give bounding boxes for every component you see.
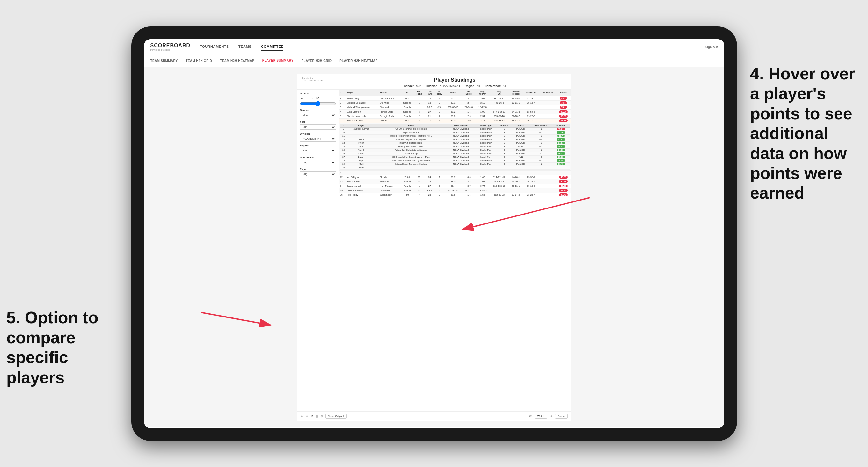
year-select[interactable]: (All) xyxy=(300,124,336,130)
table-row: 23 Jack Lundin Missouri Fourth 11 24 0 8… xyxy=(339,179,571,184)
points-badge[interactable]: 68.94 xyxy=(559,110,568,113)
subnav-player-summary[interactable]: PLAYER SUMMARY xyxy=(262,56,293,65)
tt-player: Jackson Koivun xyxy=(347,127,375,131)
region-select[interactable]: N/A xyxy=(300,148,336,153)
points-badge[interactable]: 68.18 xyxy=(559,119,568,122)
tooltip-header-row: # Player Event Event Division Event Type… xyxy=(339,123,571,170)
points-badge[interactable]: 70.2 xyxy=(560,106,567,109)
list-item: 11 Wake Forest Invitational at Pinehurst… xyxy=(340,134,570,138)
points-badge[interactable]: 39.95 xyxy=(559,189,568,192)
row-conf-rank: 27 xyxy=(424,118,434,123)
points-badge[interactable]: 40.02 xyxy=(559,185,568,187)
subnav-team-h2h-heatmap[interactable]: TEAM H2H HEATMAP xyxy=(220,56,254,65)
player-select[interactable]: (All) xyxy=(300,172,336,177)
row-topar: 18-22-0 xyxy=(475,105,490,110)
row-topar: 1.98 xyxy=(475,110,490,114)
points-badge[interactable]: 40.27 xyxy=(559,180,568,183)
redo-icon[interactable]: ↪ xyxy=(306,414,308,418)
division-value: NCAA Division I xyxy=(440,85,460,88)
tt-th-num: # xyxy=(340,124,347,127)
tp-badge-green: 30.47 xyxy=(557,152,565,155)
tt-type: Match Play xyxy=(475,155,497,159)
clock-icon[interactable]: ⊙ xyxy=(320,414,323,418)
row-adj: -1.6 xyxy=(462,110,475,114)
logo-sub: Powered by clippi xyxy=(151,49,191,51)
row-points[interactable]: 60.89 xyxy=(556,114,570,118)
conference-value: All xyxy=(503,85,506,88)
points-badge[interactable]: 88.2 xyxy=(560,97,567,100)
points-badge[interactable]: 40.58 xyxy=(559,176,568,179)
share-button[interactable]: Share xyxy=(555,414,567,418)
row-adj: -3.7 xyxy=(462,184,475,188)
row-points[interactable]: 68.18 xyxy=(556,118,570,123)
download-icon[interactable]: ⬇ xyxy=(550,414,552,418)
tt-status: PLAYED xyxy=(512,131,529,134)
subnav-team-summary[interactable]: TEAM SUMMARY xyxy=(151,56,178,65)
row-sg: 547-142-38 xyxy=(490,110,509,114)
tt-division: NCAA Division I xyxy=(446,134,475,138)
filter-row: Gender: Men Division: NCAA Division I Re… xyxy=(344,85,566,88)
nav-committee[interactable]: COMMITTEE xyxy=(261,43,284,51)
list-item: 10 Tiger Invitational NCAA Division I St… xyxy=(340,131,570,134)
row-top25: 19-16-2 xyxy=(523,184,539,188)
nav-tournaments[interactable]: TOURNAMENTS xyxy=(200,43,229,51)
sign-out-button[interactable]: Sign out xyxy=(705,45,717,49)
row-points[interactable]: 40.27 xyxy=(556,179,570,184)
table-row: 1 Wenyi Ding Arizona State First 1 15 1 … xyxy=(339,96,571,100)
tt-rounds: 3 xyxy=(497,155,512,159)
table-row: 5 Christo Lamprecht Georgia Tech Fourth … xyxy=(339,114,571,118)
row-points[interactable]: 68.94 xyxy=(556,110,570,114)
row-reg-rank: 1 xyxy=(414,105,424,110)
tooltip-header: # Player Event Event Division Event Type… xyxy=(340,124,570,127)
conference-select[interactable]: (All) xyxy=(300,160,336,165)
row-no-rds: 0 xyxy=(435,192,444,197)
tt-rank: +0 xyxy=(529,134,552,138)
points-badge[interactable]: 60.89 xyxy=(559,115,568,118)
tablet-frame: SCOREBOARD Powered by clippi TOURNAMENTS… xyxy=(131,27,737,441)
division-select[interactable]: NCAA Division I xyxy=(300,136,336,142)
row-adj: -2.6 xyxy=(462,114,475,118)
undo-icon[interactable]: ↩ xyxy=(301,414,303,418)
subnav-player-h2h-heatmap[interactable]: PLAYER H2H HEATMAP xyxy=(340,56,377,65)
row-points[interactable]: 38.49 xyxy=(556,192,570,197)
tp-badge-green: 73.93 xyxy=(557,138,565,141)
row-conf-rank: 23 xyxy=(424,192,434,197)
view-original-button[interactable]: View: Original xyxy=(326,414,347,418)
no-rds-to-input[interactable] xyxy=(315,96,326,100)
nav-teams[interactable]: TEAMS xyxy=(239,43,251,51)
row-points[interactable]: 76.3 xyxy=(556,100,570,105)
gender-select[interactable]: Men xyxy=(300,113,336,118)
tt-status: PLAYED xyxy=(512,138,529,141)
tablet-screen: SCOREBOARD Powered by clippi TOURNAMENTS… xyxy=(144,39,724,428)
copy-icon[interactable]: ⎘ xyxy=(316,414,318,418)
row-overall: 17-14-2 xyxy=(509,192,523,197)
table-header-row: # Player School Yr RegRank ConfRank NoRd… xyxy=(339,90,571,96)
watch-button[interactable]: Watch xyxy=(534,414,547,418)
row-school: Vanderbilt xyxy=(378,188,400,192)
tt-status: PLAYED xyxy=(512,162,529,166)
no-rds-slider[interactable] xyxy=(300,101,336,106)
no-rds-from-input[interactable] xyxy=(300,96,311,100)
subnav-team-h2h-grid[interactable]: TEAM H2H GRID xyxy=(186,56,212,65)
row-adj: 28-23-1 xyxy=(462,188,475,192)
tt-wpoints: 53.60 xyxy=(552,131,570,134)
tt-num: 14 xyxy=(340,145,347,148)
row-points[interactable]: 88.2 xyxy=(556,96,570,100)
row-points[interactable]: 40.58 xyxy=(556,175,570,179)
row-wins: 68.6 xyxy=(444,192,462,197)
row-num: 25 xyxy=(339,188,345,192)
row-points[interactable]: 39.95 xyxy=(556,188,570,192)
points-badge[interactable]: 38.49 xyxy=(559,193,568,196)
tt-event: Inner Art Intercollegiate xyxy=(375,141,446,145)
update-date: 27/01/2024 16:56:26 xyxy=(302,80,344,82)
subnav-player-h2h-grid[interactable]: PLAYER H2H GRID xyxy=(302,56,332,65)
tt-division: NCAA Division I xyxy=(446,127,475,131)
row-num: 3 xyxy=(339,105,345,110)
row-points[interactable]: 70.2 xyxy=(556,105,570,110)
row-points[interactable]: 40.02 xyxy=(556,184,570,188)
region-sidebar-label: Region xyxy=(300,144,336,147)
reset-icon[interactable]: ↺ xyxy=(311,414,313,418)
panel-title: Player Standings xyxy=(344,77,566,83)
points-badge[interactable]: 76.3 xyxy=(560,101,567,104)
row-school: Missouri xyxy=(378,179,400,184)
